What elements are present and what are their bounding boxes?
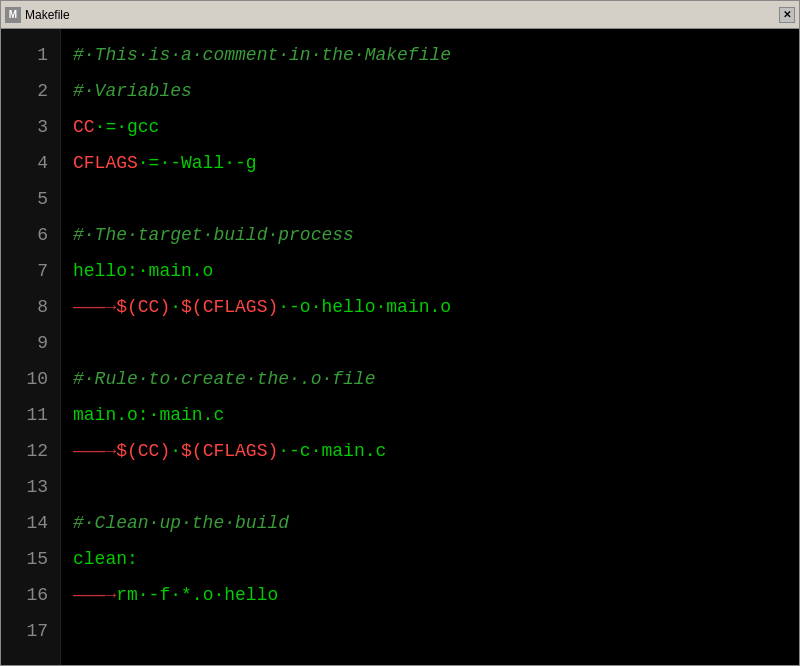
target: main.o:·main.c (73, 405, 224, 425)
target: hello:·main.o (73, 261, 213, 281)
cmd-var: $(CC) (116, 441, 170, 461)
code-line-3: CC·=·gcc (73, 109, 787, 145)
code-line-6: #·The·target·build·process (73, 217, 787, 253)
line-number: 1 (9, 37, 48, 73)
line-number: 3 (9, 109, 48, 145)
comment: #·Rule·to·create·the·.o·file (73, 369, 375, 389)
line-number: 17 (9, 613, 48, 649)
code-line-1: #·This·is·a·comment·in·the·Makefile (73, 37, 787, 73)
line-number: 6 (9, 217, 48, 253)
line-number: 5 (9, 181, 48, 217)
code-line-16: ———→rm·-f·*.o·hello (73, 577, 787, 613)
line-number: 2 (9, 73, 48, 109)
code-line-13 (73, 469, 787, 505)
code-line-9 (73, 325, 787, 361)
code-line-8: ———→$(CC)·$(CFLAGS)·-o·hello·main.o (73, 289, 787, 325)
var-assign: ·=·-Wall·-g (138, 153, 257, 173)
line-number: 9 (9, 325, 48, 361)
arrow: ———→ (73, 585, 116, 605)
code-line-14: #·Clean·up·the·build (73, 505, 787, 541)
code-line-11: main.o:·main.c (73, 397, 787, 433)
line-number: 14 (9, 505, 48, 541)
line-numbers: 1 2 3 4 5 6 7 8 9 10 11 12 13 14 15 16 1… (1, 29, 61, 665)
cmd-text: · (170, 441, 181, 461)
line-number: 13 (9, 469, 48, 505)
code-line-10: #·Rule·to·create·the·.o·file (73, 361, 787, 397)
window: M Makefile ✕ 1 2 3 4 5 6 7 8 9 10 11 12 … (0, 0, 800, 666)
file-icon: M (5, 7, 21, 23)
title-bar: M Makefile ✕ (1, 1, 799, 29)
title-bar-text: Makefile (25, 8, 775, 22)
line-number: 12 (9, 433, 48, 469)
code-line-7: hello:·main.o (73, 253, 787, 289)
line-number: 16 (9, 577, 48, 613)
var-assign: ·=·gcc (95, 117, 160, 137)
editor-area: 1 2 3 4 5 6 7 8 9 10 11 12 13 14 15 16 1… (1, 29, 799, 665)
var-name: CFLAGS (73, 153, 138, 173)
line-number: 7 (9, 253, 48, 289)
cmd-var: $(CFLAGS) (181, 297, 278, 317)
cmd-text: ·-o·hello·main.o (278, 297, 451, 317)
line-number: 15 (9, 541, 48, 577)
cmd-var: $(CFLAGS) (181, 441, 278, 461)
target: clean: (73, 549, 138, 569)
comment: #·This·is·a·comment·in·the·Makefile (73, 45, 451, 65)
code-line-5 (73, 181, 787, 217)
var-name: CC (73, 117, 95, 137)
close-button[interactable]: ✕ (779, 7, 795, 23)
cmd-text: ·-c·main.c (278, 441, 386, 461)
comment: #·Variables (73, 81, 192, 101)
code-area: #·This·is·a·comment·in·the·Makefile #·Va… (61, 29, 799, 665)
arrow: ———→ (73, 441, 116, 461)
comment: #·Clean·up·the·build (73, 513, 289, 533)
cmd-text: rm·-f·*.o·hello (116, 585, 278, 605)
line-number: 8 (9, 289, 48, 325)
line-number: 10 (9, 361, 48, 397)
code-line-2: #·Variables (73, 73, 787, 109)
code-line-4: CFLAGS·=·-Wall·-g (73, 145, 787, 181)
cmd-var: $(CC) (116, 297, 170, 317)
cmd-text: · (170, 297, 181, 317)
code-line-17 (73, 613, 787, 649)
code-line-15: clean: (73, 541, 787, 577)
comment: #·The·target·build·process (73, 225, 354, 245)
line-number: 4 (9, 145, 48, 181)
arrow: ———→ (73, 297, 116, 317)
code-line-12: ———→$(CC)·$(CFLAGS)·-c·main.c (73, 433, 787, 469)
line-number: 11 (9, 397, 48, 433)
